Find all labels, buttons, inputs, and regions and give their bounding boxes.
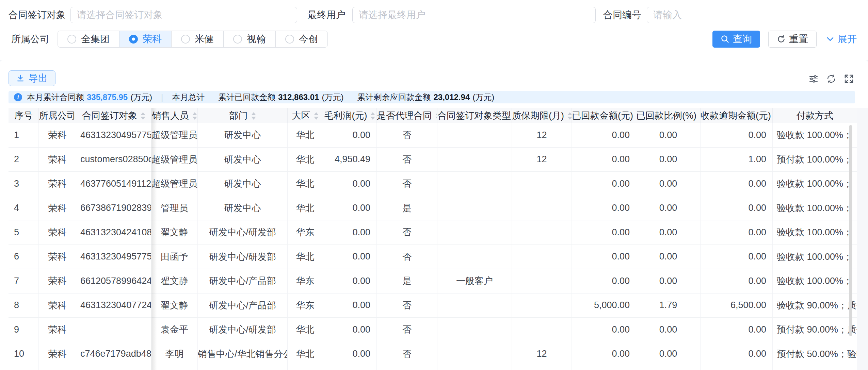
summary-divider: | xyxy=(161,92,163,102)
cell xyxy=(572,366,636,370)
end-user-input[interactable] xyxy=(352,7,596,23)
cell: 否 xyxy=(377,172,437,196)
cell: 验收款 100.00%； xyxy=(773,220,857,245)
filter-row-1: 合同签订对象 最终用户 合同编号 xyxy=(9,7,868,23)
column-header-4[interactable]: 部门 xyxy=(198,108,288,123)
cell: 0.00 xyxy=(636,123,701,148)
company-option-2[interactable]: 米健 xyxy=(171,31,223,47)
summary-part3-unit: (万元) xyxy=(322,92,343,103)
cell: 6,500.00 xyxy=(701,293,773,318)
column-header-12[interactable]: 收款逾期金额(元) xyxy=(701,108,773,123)
column-header-label: 已回款金额(元) xyxy=(572,111,633,121)
filter-actions: 查询 重置 展开 xyxy=(712,31,857,48)
column-settings-icon[interactable] xyxy=(808,73,819,84)
column-header-1: 所属公司 xyxy=(39,108,76,123)
vertical-scrollbar-thumb[interactable] xyxy=(849,125,852,336)
column-header-label: 已回款比例(%) xyxy=(636,111,696,121)
search-icon xyxy=(721,35,729,44)
company-option-4[interactable]: 今创 xyxy=(275,31,327,47)
column-header-3[interactable]: 销售人员 xyxy=(151,108,198,123)
reset-button[interactable]: 重置 xyxy=(768,31,817,48)
cell: 463132304077240 xyxy=(76,293,151,318)
cell: 0.00 xyxy=(636,342,701,367)
fullscreen-icon[interactable] xyxy=(843,73,854,84)
cell: 华东 xyxy=(288,220,323,245)
column-header-13: 付款方式 xyxy=(773,108,857,123)
cell: 0.00 xyxy=(636,220,701,245)
cell: 超级管理员 xyxy=(151,172,198,196)
company-option-1[interactable]: 荣科 xyxy=(119,31,171,47)
cell xyxy=(512,318,572,342)
cell: 否 xyxy=(377,123,437,148)
cell: 荣科 xyxy=(39,342,76,367)
column-header-10[interactable]: 已回款金额(元) xyxy=(572,108,636,123)
company-option-3[interactable]: 视翰 xyxy=(223,31,275,47)
cell: 0.00 xyxy=(636,196,701,221)
contract-party-input[interactable] xyxy=(70,7,297,23)
cell: 袁金平 xyxy=(151,318,198,342)
table-row: 5荣科463132304241086翟文静研发中心/研发部华东0.00否0.00… xyxy=(9,220,857,245)
cell: 销售中心/华北销售分公司 xyxy=(198,342,288,367)
search-button-label: 查询 xyxy=(733,33,752,46)
column-header-11[interactable]: 已回款比例(%) xyxy=(636,108,701,123)
cell: 3 xyxy=(9,172,39,196)
cell: 荣科 xyxy=(39,220,76,245)
column-header-9[interactable]: 质保期限(月) xyxy=(512,108,572,123)
cell: 0.00 xyxy=(572,172,636,196)
contract-no-input[interactable] xyxy=(647,7,868,23)
cell: 华北 xyxy=(288,172,323,196)
cell: 0.00 xyxy=(572,196,636,221)
sort-carets-icon xyxy=(567,112,572,120)
column-header-8[interactable]: 合同签订对象类型 xyxy=(437,108,512,123)
company-label: 所属公司 xyxy=(11,33,49,46)
cell: 超级管理员 xyxy=(151,148,198,172)
column-header-label: 销售人员 xyxy=(152,111,189,121)
cell xyxy=(288,366,323,370)
cell: 荣科 xyxy=(39,172,76,196)
cell: 0.00 xyxy=(636,172,701,196)
export-button[interactable]: 导出 xyxy=(9,70,55,86)
cell: 否 xyxy=(377,245,437,269)
column-header-label: 收款逾期金额(元) xyxy=(701,111,771,121)
export-button-label: 导出 xyxy=(29,72,48,85)
column-header-0: 序号 xyxy=(9,108,39,123)
contracts-table: 序号所属公司合同签订对象销售人员部门大区毛利润(元)是否代理合同合同签订对象类型… xyxy=(9,108,857,370)
cell xyxy=(198,366,288,370)
cell xyxy=(773,366,857,370)
cell: 验收款 90.00%；质保金 10 xyxy=(773,293,857,318)
search-button[interactable]: 查询 xyxy=(712,31,760,48)
cell: 华北 xyxy=(288,245,323,269)
cell: 是 xyxy=(377,269,437,293)
cell: 12 xyxy=(512,148,572,172)
summary-part3-label: 累计已回款金额 xyxy=(218,92,275,103)
company-option-0[interactable]: 全集团 xyxy=(58,31,119,47)
cell xyxy=(512,366,572,370)
cell: 0.00 xyxy=(572,245,636,269)
table-row: 3荣科463776051491127超级管理员研发中心华北0.00否0.000.… xyxy=(9,172,857,196)
column-header-2[interactable]: 合同签订对象 xyxy=(76,108,151,123)
cell: 荣科 xyxy=(39,293,76,318)
cell: 1.79 xyxy=(636,293,701,318)
cell xyxy=(437,342,512,367)
cell: 0.00 xyxy=(572,318,636,342)
sort-carets-icon xyxy=(141,112,145,120)
cell xyxy=(437,318,512,342)
summary-part4-label: 累计剩余应回款金额 xyxy=(357,92,431,103)
company-option-label: 米健 xyxy=(195,33,214,46)
cell: 0.00 xyxy=(701,123,773,148)
column-header-7[interactable]: 是否代理合同 xyxy=(377,108,437,123)
column-header-5[interactable]: 大区 xyxy=(288,108,323,123)
summary-bar: i 本月累计合同额 335,875.95 (万元) | 本月总计 累计已回款金额… xyxy=(9,91,855,103)
cell xyxy=(512,172,572,196)
cell: 0.00 xyxy=(572,269,636,293)
cell: 荣科 xyxy=(39,123,76,148)
cell: 0.00 xyxy=(323,123,377,148)
refresh-icon[interactable] xyxy=(826,73,837,84)
cell: 一般客户 xyxy=(437,269,512,293)
expand-link[interactable]: 展开 xyxy=(826,33,857,46)
cell xyxy=(512,269,572,293)
table-panel: 导出 i 本月累计合同额 xyxy=(0,60,868,370)
cell xyxy=(701,366,773,370)
column-header-6[interactable]: 毛利润(元) xyxy=(323,108,377,123)
table-tools xyxy=(808,73,854,84)
